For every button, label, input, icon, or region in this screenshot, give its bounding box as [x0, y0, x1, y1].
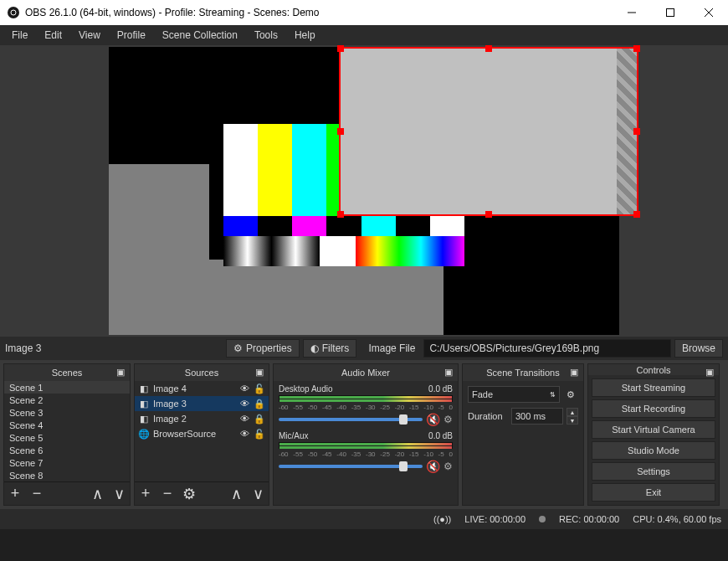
- start-virtual-camera-button[interactable]: Start Virtual Camera: [592, 420, 715, 439]
- preview-source-grey-left: [109, 164, 209, 335]
- move-scene-up-button[interactable]: ∧: [90, 486, 105, 502]
- menu-view[interactable]: View: [70, 26, 109, 44]
- remove-source-button[interactable]: −: [160, 486, 175, 502]
- mixer-channel: Mic/Aux0.0 dB-60-55-50-45-40-35-30-25-20…: [274, 428, 458, 475]
- duration-up-button[interactable]: ▲: [567, 408, 578, 416]
- browse-button[interactable]: Browse: [674, 339, 723, 358]
- minimize-button[interactable]: [613, 0, 651, 25]
- svg-rect-3: [667, 9, 674, 17]
- broadcast-icon: ((●)): [433, 514, 451, 524]
- resize-handle-icon[interactable]: [485, 211, 492, 218]
- start-recording-button[interactable]: Start Recording: [592, 399, 715, 418]
- scene-item[interactable]: Scene 5: [4, 431, 130, 444]
- context-bar: Image 3 ⚙Properties ◐Filters Image File …: [0, 337, 728, 360]
- transitions-header: Scene Transitions▣: [463, 364, 583, 381]
- volume-slider[interactable]: [279, 418, 423, 421]
- mute-button[interactable]: 🔇: [426, 460, 440, 473]
- resize-handle-icon[interactable]: [337, 211, 344, 218]
- visibility-toggle-icon[interactable]: 👁: [238, 383, 250, 394]
- maximize-button[interactable]: [651, 0, 690, 25]
- slider-thumb[interactable]: [399, 414, 408, 425]
- menu-help[interactable]: Help: [286, 26, 324, 44]
- menubar: File Edit View Profile Scene Collection …: [0, 25, 728, 45]
- visibility-toggle-icon[interactable]: 👁: [238, 413, 250, 425]
- popout-icon[interactable]: ▣: [116, 367, 126, 377]
- duration-input[interactable]: 300 ms: [511, 408, 563, 425]
- source-item[interactable]: ◧Image 3👁🔒: [135, 396, 269, 411]
- image-icon: ◧: [138, 398, 150, 409]
- visibility-toggle-icon[interactable]: 👁: [238, 398, 250, 409]
- source-settings-button[interactable]: ⚙: [182, 486, 197, 502]
- transition-select[interactable]: Fade⇅: [468, 386, 560, 403]
- popout-icon[interactable]: ▣: [444, 367, 454, 377]
- source-item[interactable]: 🌐BrowserSource👁🔓: [135, 426, 269, 441]
- preview-source-grey-bottom: [209, 260, 443, 335]
- duration-down-button[interactable]: ▼: [567, 416, 578, 425]
- preview-canvas[interactable]: [109, 47, 619, 335]
- move-scene-down-button[interactable]: ∨: [111, 486, 126, 502]
- start-streaming-button[interactable]: Start Streaming: [592, 378, 715, 397]
- preview-selection-rect[interactable]: [339, 47, 638, 216]
- statusbar: ((●)) LIVE: 00:00:00 REC: 00:00:00 CPU: …: [0, 509, 728, 529]
- transition-settings-button[interactable]: ⚙: [563, 387, 578, 402]
- menu-file[interactable]: File: [3, 26, 36, 44]
- popout-icon[interactable]: ▣: [255, 367, 265, 377]
- exit-button[interactable]: Exit: [592, 483, 715, 502]
- settings-button[interactable]: Settings: [592, 462, 715, 481]
- close-button[interactable]: [690, 0, 728, 25]
- channel-settings-button[interactable]: ⚙: [443, 461, 453, 472]
- resize-handle-icon[interactable]: [485, 45, 492, 52]
- window-title: OBS 26.1.0 (64-bit, windows) - Profile: …: [25, 7, 613, 18]
- add-source-button[interactable]: +: [138, 486, 153, 502]
- popout-icon[interactable]: ▣: [705, 367, 715, 377]
- popout-icon[interactable]: ▣: [570, 367, 580, 377]
- scenes-header: Scenes▣: [4, 364, 130, 381]
- preview-area[interactable]: [0, 45, 728, 337]
- mute-button[interactable]: 🔇: [426, 413, 440, 426]
- status-live: LIVE: 00:00:00: [464, 514, 525, 524]
- move-source-down-button[interactable]: ∨: [250, 486, 265, 502]
- source-item[interactable]: ◧Image 4👁🔓: [135, 381, 269, 396]
- volume-slider[interactable]: [279, 465, 423, 468]
- resize-handle-icon[interactable]: [633, 211, 640, 218]
- move-source-up-button[interactable]: ∧: [228, 486, 244, 502]
- resize-handle-icon[interactable]: [337, 45, 344, 52]
- source-item-name: BrowserSource: [153, 429, 235, 439]
- scene-item[interactable]: Scene 6: [4, 444, 130, 456]
- channel-name: Desktop Audio: [279, 384, 333, 394]
- gear-icon: ⚙: [233, 342, 243, 354]
- remove-scene-button[interactable]: −: [29, 486, 44, 502]
- source-item[interactable]: ◧Image 2👁🔒: [135, 411, 269, 426]
- resize-handle-icon[interactable]: [633, 45, 640, 52]
- scene-item[interactable]: Scene 3: [4, 406, 130, 419]
- scene-item[interactable]: Scene 2: [4, 394, 130, 406]
- transitions-panel: Scene Transitions▣ Fade⇅ ⚙ Duration 300 …: [462, 363, 584, 506]
- lock-toggle-icon[interactable]: 🔓: [254, 383, 265, 394]
- menu-scene-collection[interactable]: Scene Collection: [154, 26, 246, 44]
- channel-db: 0.0 dB: [428, 431, 453, 440]
- lock-toggle-icon[interactable]: 🔒: [254, 413, 265, 425]
- filters-button[interactable]: ◐Filters: [303, 339, 357, 358]
- menu-profile[interactable]: Profile: [109, 26, 154, 44]
- resize-handle-icon[interactable]: [633, 128, 640, 135]
- resize-handle-icon[interactable]: [337, 128, 344, 135]
- slider-thumb[interactable]: [399, 461, 408, 471]
- scene-item[interactable]: Scene 7: [4, 456, 130, 469]
- scene-item[interactable]: Scene 1: [4, 381, 130, 394]
- scenes-list[interactable]: Scene 1Scene 2Scene 3Scene 4Scene 5Scene…: [4, 381, 130, 481]
- image-file-input[interactable]: [423, 339, 671, 358]
- add-scene-button[interactable]: +: [8, 486, 23, 502]
- lock-toggle-icon[interactable]: 🔓: [254, 428, 265, 440]
- dock-row: Scenes▣ Scene 1Scene 2Scene 3Scene 4Scen…: [0, 360, 728, 509]
- properties-button[interactable]: ⚙Properties: [226, 339, 300, 358]
- studio-mode-button[interactable]: Studio Mode: [592, 441, 715, 460]
- scenes-panel: Scenes▣ Scene 1Scene 2Scene 3Scene 4Scen…: [3, 363, 131, 506]
- visibility-toggle-icon[interactable]: 👁: [238, 428, 250, 440]
- scene-item[interactable]: Scene 8: [4, 469, 130, 481]
- sources-list[interactable]: ◧Image 4👁🔓◧Image 3👁🔒◧Image 2👁🔒🌐BrowserSo…: [135, 381, 269, 481]
- channel-settings-button[interactable]: ⚙: [443, 414, 453, 425]
- lock-toggle-icon[interactable]: 🔒: [254, 398, 265, 409]
- menu-tools[interactable]: Tools: [246, 26, 286, 44]
- menu-edit[interactable]: Edit: [36, 26, 70, 44]
- scene-item[interactable]: Scene 4: [4, 419, 130, 431]
